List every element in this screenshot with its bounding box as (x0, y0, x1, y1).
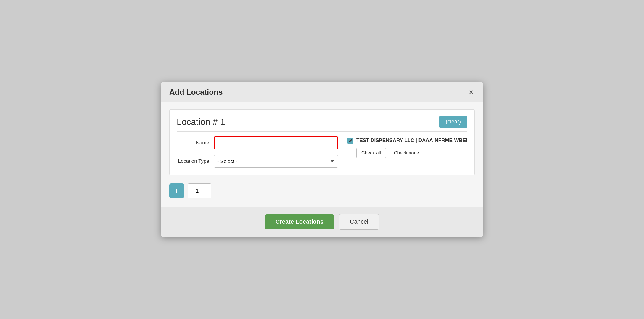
cancel-button[interactable]: Cancel (339, 214, 379, 230)
location-header: Location # 1 (clear) (177, 116, 467, 132)
dispensary-label: TEST DISPENSARY LLC | DAAA-NFRME-WBEI (356, 138, 467, 144)
dialog-header: Add Locations × (161, 82, 483, 102)
name-input[interactable] (214, 136, 338, 149)
dialog-body: Location # 1 (clear) Name Location Type (161, 102, 483, 207)
form-left: Name Location Type - Select - (177, 136, 338, 168)
add-row: + (169, 181, 475, 199)
location-title: Location # 1 (177, 117, 225, 127)
create-locations-button[interactable]: Create Locations (265, 214, 334, 229)
close-button[interactable]: × (468, 88, 475, 96)
add-locations-dialog: Add Locations × Location # 1 (clear) Nam… (161, 82, 483, 237)
check-all-button[interactable]: Check all (356, 148, 386, 158)
location-form: Name Location Type - Select - (177, 136, 467, 168)
dialog-title: Add Locations (169, 88, 223, 97)
dialog-footer: Create Locations Cancel (161, 207, 483, 237)
check-none-button[interactable]: Check none (389, 148, 424, 158)
quantity-input[interactable] (188, 183, 211, 198)
plus-icon: + (174, 186, 179, 196)
name-field-row: Name (177, 136, 338, 149)
location-type-label: Location Type (177, 158, 209, 164)
location-type-select[interactable]: - Select - (214, 155, 338, 168)
location-section: Location # 1 (clear) Name Location Type (169, 109, 475, 175)
dispensary-checkbox[interactable] (347, 138, 353, 144)
form-right: TEST DISPENSARY LLC | DAAA-NFRME-WBEI Ch… (347, 136, 467, 168)
dispensary-row: TEST DISPENSARY LLC | DAAA-NFRME-WBEI (347, 138, 467, 144)
name-label: Name (177, 140, 209, 146)
check-buttons: Check all Check none (356, 148, 467, 158)
location-type-field-row: Location Type - Select - (177, 155, 338, 168)
add-button[interactable]: + (169, 183, 184, 198)
clear-button[interactable]: (clear) (439, 116, 467, 128)
